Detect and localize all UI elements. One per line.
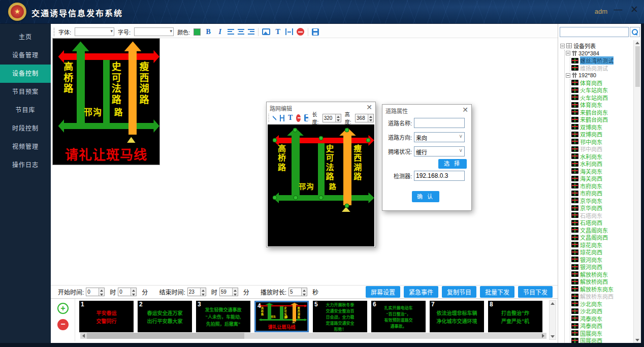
tree-device-1-29[interactable]: 解放桥东岗西 (571, 293, 634, 300)
search-button[interactable] (630, 27, 640, 37)
delete-icon[interactable] (296, 114, 301, 122)
tree-device-1-5[interactable]: 来鹤台岗西 (571, 116, 634, 123)
tree-device-1-6[interactable]: 双博岗东 (571, 123, 634, 131)
scroll-up-icon[interactable] (635, 42, 639, 44)
sidebar-item-4[interactable]: 节目库 (0, 101, 51, 119)
length-spinner[interactable]: 320 (323, 114, 341, 122)
tree-device-1-34[interactable]: 国展岗东 (571, 330, 634, 337)
tree-device-1-32[interactable]: 鸿泰岗东 (571, 315, 634, 323)
close-icon[interactable]: ✕ (629, 4, 640, 15)
hscroll-thumb[interactable] (87, 333, 244, 339)
program-thumbnail-2[interactable]: 2春运安全连万家出行平安靠大家 (138, 301, 192, 332)
close-icon[interactable]: ✕ (366, 103, 372, 111)
end-minute-spinner[interactable]: 59 (219, 288, 238, 296)
sidebar-item-6[interactable]: 视频管理 (0, 138, 51, 156)
confirm-button[interactable]: 确 认 (412, 191, 439, 202)
collapse-icon[interactable] (566, 73, 570, 78)
font-select[interactable] (75, 27, 114, 36)
road-node-handle[interactable] (319, 196, 324, 200)
add-program-button[interactable]: + (57, 303, 69, 314)
congestion-select[interactable]: 缓行 (414, 146, 465, 156)
road-direction-select[interactable]: 来向 (414, 132, 465, 142)
road-node-handle[interactable] (366, 138, 371, 143)
close-icon[interactable]: ✕ (462, 106, 468, 114)
collapse-icon[interactable] (560, 44, 565, 48)
tree-device-1-28[interactable]: 解放桥东岗东 (571, 286, 634, 293)
align-left-icon[interactable] (228, 29, 234, 35)
delete-icon[interactable] (297, 28, 304, 36)
tree-device-1-11[interactable]: 水利岗西 (571, 160, 634, 168)
road-name-input[interactable] (414, 118, 465, 128)
tree-device-1-15[interactable]: 市府岗西 (571, 190, 634, 197)
align-center-icon[interactable] (238, 29, 244, 35)
detector-input[interactable]: 192.168.0.3 (414, 171, 465, 181)
playback-button-4[interactable]: 节目下发 (518, 286, 553, 298)
color-swatch[interactable] (194, 28, 201, 36)
tree-device-1-12[interactable]: 海关岗东 (571, 168, 634, 175)
program-thumbnail-1[interactable]: 1平安春运交警同行 (79, 301, 134, 332)
italic-icon[interactable]: I (216, 28, 224, 36)
bold-icon[interactable]: B (204, 28, 212, 36)
sidebar-item-1[interactable]: 设备管理 (0, 46, 51, 65)
road-node-handle[interactable] (293, 196, 298, 200)
led-preview[interactable]: 高桥路史可法路瘦西湖路邗沟路 请礼让斑马线 (52, 38, 160, 165)
text-tool-icon[interactable]: T (274, 28, 282, 36)
tree-device-1-23[interactable]: 琼花岗西 (571, 248, 634, 256)
tree-group-0[interactable]: 320*384 (566, 50, 634, 57)
text-tool-icon[interactable]: T (288, 114, 293, 122)
road-node-handle[interactable] (293, 128, 297, 132)
sidebar-item-7[interactable]: 操作日志 (0, 156, 51, 174)
road-node-handle[interactable] (272, 196, 277, 200)
scroll-left-icon[interactable] (80, 333, 87, 339)
road-node-handle[interactable] (272, 138, 277, 143)
editor-canvas[interactable]: 高桥路史可法路瘦西湖路邗沟路 (268, 124, 374, 246)
scroll-up-icon[interactable] (551, 302, 555, 305)
tree-device-1-22[interactable]: 琼花岗东 (571, 241, 634, 249)
tree-device-1-10[interactable]: 水利岗东 (571, 153, 634, 161)
road-node-handle[interactable] (345, 203, 349, 208)
road-width-icon[interactable] (280, 115, 284, 121)
tree-device-0-1[interactable]: 维扬岗测试 (571, 65, 634, 72)
spacing-icon[interactable] (285, 28, 293, 35)
insert-image-icon[interactable] (262, 28, 270, 35)
search-input[interactable] (560, 27, 629, 37)
tree-scroll-thumb[interactable] (635, 46, 640, 87)
program-thumbnail-6[interactable]: 6扎实开展电动车“百日整治”，有效预防道路交通事故。 (371, 301, 426, 332)
tree-device-1-1[interactable]: 火车站岗东 (571, 86, 634, 94)
sidebar-item-5[interactable]: 时段控制 (0, 119, 51, 138)
playback-button-2[interactable]: 复制节目 (442, 286, 476, 298)
tree-device-1-4[interactable]: 来鹤台岗东 (571, 109, 634, 116)
start-hour-spinner[interactable]: 0 (86, 288, 105, 296)
tree-device-1-17[interactable]: 京华岗西 (571, 204, 634, 212)
tree-device-1-19[interactable]: 石塔岗西 (571, 219, 634, 227)
font-size-select[interactable] (134, 27, 174, 36)
collapse-icon[interactable] (566, 51, 570, 55)
minimize-icon[interactable]: — (613, 4, 624, 15)
tree-device-0-0[interactable]: 螺丝湾桥测试 (571, 57, 634, 65)
select-button[interactable]: 选 择 (438, 159, 467, 169)
tree-device-1-20[interactable]: 文昌阁岗东 (571, 227, 634, 234)
road-node-handle[interactable] (319, 136, 324, 140)
sidebar-item-0[interactable]: 主页 (0, 28, 51, 46)
tree-device-1-27[interactable]: 解放桥岗西 (571, 278, 634, 286)
program-thumbnail-5[interactable]: 5大力开展秋冬季交通安全整治百日会战，全力稳定道路交通安全形势！ (313, 301, 367, 332)
scroll-down-icon[interactable] (635, 339, 639, 341)
height-spinner[interactable]: 368 (355, 114, 374, 122)
tree-device-1-35[interactable]: 国展岗西 (571, 337, 634, 343)
filmstrip-vscrollbar[interactable] (549, 300, 556, 340)
end-hour-spinner[interactable]: 23 (187, 288, 206, 296)
playback-button-0[interactable]: 屏幕设置 (366, 286, 400, 298)
save-icon[interactable] (304, 114, 308, 121)
tree-device-1-30[interactable]: 沙北岗东 (571, 300, 634, 308)
save-icon[interactable] (312, 28, 319, 36)
tree-root[interactable]: 设备列表 (560, 42, 634, 50)
scroll-right-icon[interactable] (540, 333, 546, 339)
tree-device-1-21[interactable]: 文昌阁岗西 (571, 234, 634, 241)
tree-device-1-2[interactable]: 火车站岗西 (571, 94, 634, 102)
tree-device-1-26[interactable]: 解放桥岗东 (571, 271, 634, 278)
start-minute-spinner[interactable]: 0 (118, 288, 137, 296)
filmstrip-hscrollbar[interactable] (80, 333, 546, 339)
tree-device-1-7[interactable]: 双博岗西 (571, 131, 634, 138)
sidebar-item-3[interactable]: 节目预案 (0, 83, 51, 101)
program-thumbnail-3[interactable]: 3发生轻微交通事故“人未伤，车能动,先拍照，后撤离” (196, 301, 250, 332)
